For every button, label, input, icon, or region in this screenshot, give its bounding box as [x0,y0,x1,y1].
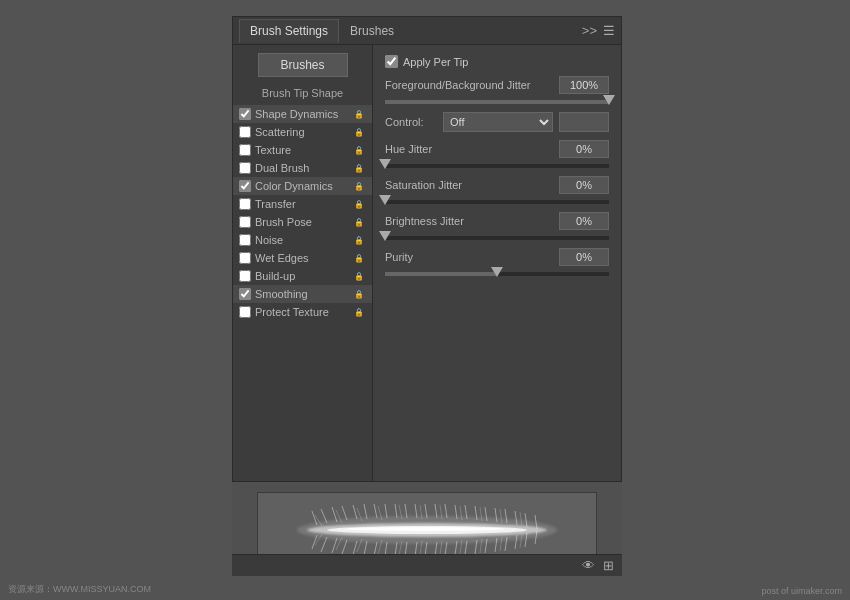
svg-line-28 [353,505,357,519]
param-label-1: Hue Jitter [385,143,559,155]
svg-line-6 [364,541,367,555]
svg-line-35 [425,504,427,518]
lock-icon-6: 🔒 [354,218,364,227]
lock-icon-8: 🔒 [354,254,364,263]
brush-tip-shape-title: Brush Tip Shape [233,87,372,99]
sidebar-item-brush-pose[interactable]: Brush Pose🔒 [233,213,372,231]
svg-line-1 [312,535,317,549]
svg-line-36 [435,504,437,518]
svg-line-31 [385,504,387,518]
menu-icon[interactable]: ☰ [603,23,615,38]
preview-bottom-bar: 👁 ⊞ [232,554,622,576]
lock-icon-3: 🔒 [354,164,364,173]
sidebar-checkbox-2[interactable] [239,144,251,156]
sidebar-label-8: Wet Edges [255,252,309,264]
param-value-3[interactable] [559,212,609,230]
sidebar-label-4: Color Dynamics [255,180,333,192]
sidebar-label-0: Shape Dynamics [255,108,338,120]
tab-brushes[interactable]: Brushes [339,19,405,43]
sidebar-checkbox-8[interactable] [239,252,251,264]
sidebar-item-shape-dynamics[interactable]: Shape Dynamics🔒 [233,105,372,123]
lock-icon-11: 🔒 [354,308,364,317]
sidebar-checkbox-10[interactable] [239,288,251,300]
main-params-container: Foreground/Background JitterControl:OffF… [385,76,609,276]
sidebar-label-11: Protect Texture [255,306,329,318]
param-value-2[interactable] [559,176,609,194]
param-value-0[interactable] [559,76,609,94]
svg-line-5 [353,541,357,555]
slider-track-2[interactable] [385,200,609,204]
lock-icon-4: 🔒 [354,182,364,191]
sidebar-item-wet-edges[interactable]: Wet Edges🔒 [233,249,372,267]
slider-track-4[interactable] [385,272,609,276]
crop-icon[interactable]: ⊞ [603,558,614,573]
lock-icon-10: 🔒 [354,290,364,299]
sidebar-item-transfer[interactable]: Transfer🔒 [233,195,372,213]
sidebar-label-5: Transfer [255,198,296,210]
tab-brush-settings[interactable]: Brush Settings [239,19,339,43]
eye-icon[interactable]: 👁 [582,558,595,573]
control-select[interactable]: OffFadePen PressurePen TiltStylus Wheel [443,112,553,132]
sidebar-item-scattering[interactable]: Scattering🔒 [233,123,372,141]
sidebar-checkbox-11[interactable] [239,306,251,318]
sidebar-item-protect-texture[interactable]: Protect Texture🔒 [233,303,372,321]
sidebar-item-color-dynamics[interactable]: Color Dynamics🔒 [233,177,372,195]
sidebar-item-build-up[interactable]: Build-up🔒 [233,267,372,285]
sidebar-checkbox-0[interactable] [239,108,251,120]
slider-thumb-4 [491,267,503,277]
watermark-left: 资源来源：WWW.MISSYUAN.COM [8,583,151,596]
tab-actions: >> ☰ [582,23,615,38]
svg-line-3 [332,538,337,553]
sidebar-item-dual-brush[interactable]: Dual Brush🔒 [233,159,372,177]
svg-line-24 [312,511,317,525]
param-row-0: Foreground/Background Jitter [385,76,609,94]
sidebar-checkbox-3[interactable] [239,162,251,174]
svg-line-30 [374,504,377,518]
sidebar-checkbox-7[interactable] [239,234,251,246]
apply-per-tip-label: Apply Per Tip [403,56,468,68]
sidebar-label-10: Smoothing [255,288,308,300]
sidebar-label-2: Texture [255,144,291,156]
sidebar-label-1: Scattering [255,126,305,138]
control-mini-input[interactable] [559,112,609,132]
brushes-button[interactable]: Brushes [258,53,348,77]
sidebar-checkbox-5[interactable] [239,198,251,210]
lock-icon-0: 🔒 [354,110,364,119]
svg-line-34 [415,504,417,518]
apply-per-tip-row: Apply Per Tip [385,55,609,68]
svg-line-26 [332,507,337,522]
sidebar-item-texture[interactable]: Texture🔒 [233,141,372,159]
svg-line-37 [445,504,447,518]
sidebar-checkbox-6[interactable] [239,216,251,228]
param-row-2: Saturation Jitter [385,176,609,194]
slider-thumb-3 [379,231,391,241]
lock-icon-5: 🔒 [354,200,364,209]
sidebar-checkbox-1[interactable] [239,126,251,138]
sidebar-checkbox-4[interactable] [239,180,251,192]
sidebar-label-9: Build-up [255,270,295,282]
control-row: Control:OffFadePen PressurePen TiltStylu… [385,112,609,132]
svg-line-14 [445,542,447,555]
param-label-2: Saturation Jitter [385,179,559,191]
slider-thumb-2 [379,195,391,205]
slider-fill-4 [385,272,497,276]
sidebar-item-noise[interactable]: Noise🔒 [233,231,372,249]
sidebar-items-container: Shape Dynamics🔒Scattering🔒Texture🔒Dual B… [233,105,372,321]
param-value-1[interactable] [559,140,609,158]
lock-icon-7: 🔒 [354,236,364,245]
svg-point-49 [345,527,505,531]
control-label: Control: [385,116,437,128]
expand-icon[interactable]: >> [582,23,597,38]
param-row-4: Purity [385,248,609,266]
param-value-4[interactable] [559,248,609,266]
lock-icon-2: 🔒 [354,146,364,155]
slider-track-0[interactable] [385,100,609,104]
slider-track-3[interactable] [385,236,609,240]
sidebar-label-7: Noise [255,234,283,246]
apply-per-tip-checkbox[interactable] [385,55,398,68]
sidebar-item-smoothing[interactable]: Smoothing🔒 [233,285,372,303]
lock-icon-9: 🔒 [354,272,364,281]
slider-thumb-1 [379,159,391,169]
slider-track-1[interactable] [385,164,609,168]
sidebar-checkbox-9[interactable] [239,270,251,282]
